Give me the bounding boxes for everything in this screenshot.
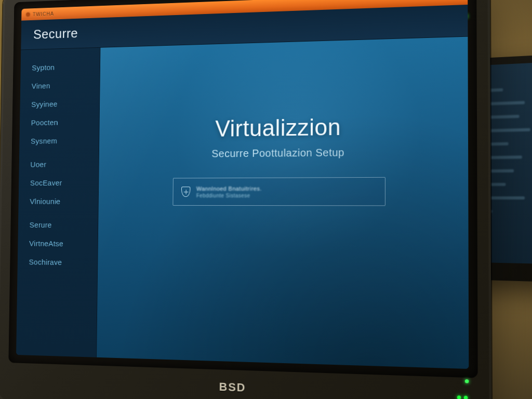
sidebar-item[interactable]: Sypton <box>20 57 100 77</box>
main-heading: Virtualizzion <box>215 114 341 141</box>
sidebar-item[interactable]: VirtneAtse <box>18 234 98 253</box>
titlebar-badge-icon <box>26 12 30 17</box>
main-panel: Virtualizzion Securre Poottulazion Setup… <box>97 5 469 369</box>
screen: TWICHA Securre Sypton Vinen Syyinee Pooc… <box>16 0 469 369</box>
setup-option-line1: Wannlnoed Bnatuitrires. <box>196 185 262 191</box>
primary-monitor: TWICHA Securre Sypton Vinen Syyinee Pooc… <box>0 0 491 399</box>
sidebar-item[interactable]: Sochirave <box>18 252 98 272</box>
sidebar-item[interactable]: Sysnem <box>19 131 99 150</box>
sidebar-item[interactable]: Vlniounie <box>18 192 98 210</box>
app-body: Sypton Vinen Syyinee Poocten Sysnem Uoer… <box>16 5 469 369</box>
sidebar-item[interactable]: Vinen <box>20 75 100 96</box>
sidebar-item[interactable]: Poocten <box>20 112 99 132</box>
page-title: Securre <box>33 25 78 42</box>
titlebar-app-name: TWICHA <box>33 11 54 17</box>
shield-icon <box>181 187 191 197</box>
sidebar-item[interactable]: Uoer <box>19 155 99 174</box>
sidebar: Sypton Vinen Syyinee Poocten Sysnem Uoer… <box>16 18 101 357</box>
activity-led-icon <box>457 395 461 399</box>
sidebar-item[interactable]: Syyinee <box>20 94 99 113</box>
main-subheading: Securre Poottulazion Setup <box>211 147 344 159</box>
sidebar-item[interactable]: SocEaver <box>19 173 99 192</box>
activity-led-icon <box>464 396 468 399</box>
setup-option-text: Wannlnoed Bnatuitrires. Febddiunte Sista… <box>196 185 262 198</box>
setup-option-line2: Febddiunte Sistasese <box>196 192 262 198</box>
monitor-brand-label: BSD <box>219 380 246 395</box>
sidebar-item[interactable]: Serure <box>18 216 98 235</box>
status-led-icon <box>465 379 469 383</box>
setup-option-button[interactable]: Wannlnoed Bnatuitrires. Febddiunte Sista… <box>172 177 385 206</box>
